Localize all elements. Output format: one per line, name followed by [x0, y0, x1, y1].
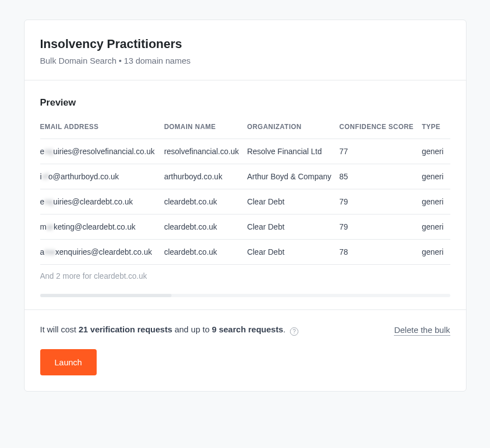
table-row: enquiries@cleardebt.co.ukcleardebt.co.uk… — [40, 189, 450, 215]
email-obscured: ar — [46, 222, 53, 231]
col-org: ORGANIZATION — [247, 123, 339, 139]
col-score: CONFIDENCE SCORE — [339, 123, 422, 139]
cell-domain: cleardebt.co.uk — [164, 189, 248, 215]
preview-table: EMAIL ADDRESS DOMAIN NAME ORGANIZATION C… — [40, 123, 450, 265]
cost-prefix: It will cost — [40, 325, 79, 334]
table-row: info@arthurboyd.co.ukarthurboyd.co.ukArt… — [40, 164, 450, 189]
cell-type: generi — [422, 164, 450, 189]
email-prefix: e — [40, 197, 45, 206]
launch-button[interactable]: Launch — [40, 349, 97, 375]
table-scroll-region[interactable]: EMAIL ADDRESS DOMAIN NAME ORGANIZATION C… — [40, 123, 450, 280]
cell-type: generi — [422, 215, 450, 240]
email-prefix: m — [40, 222, 47, 231]
table-row: enquiries@resolvefinancial.co.ukresolvef… — [40, 139, 450, 164]
cell-domain: arthurboyd.co.uk — [164, 164, 248, 189]
cell-organization: Clear Debt — [247, 240, 339, 265]
card-body: Preview EMAIL ADDRESS DOMAIN NAME ORGANI… — [25, 80, 466, 309]
cell-confidence: 77 — [339, 139, 422, 164]
preview-heading: Preview — [40, 97, 450, 108]
cell-confidence: 79 — [339, 215, 422, 240]
email-rest: keting@cleardebt.co.uk — [54, 222, 136, 231]
cell-organization: Resolve Financial Ltd — [247, 139, 339, 164]
col-type: TYPE — [422, 123, 450, 139]
email-rest: o@arthurboyd.co.uk — [49, 172, 119, 181]
cell-organization: Clear Debt — [247, 189, 339, 215]
page-subtitle: Bulk Domain Search • 13 domain names — [40, 56, 450, 65]
horizontal-scrollbar-track[interactable] — [40, 294, 450, 297]
cell-confidence: 79 — [339, 189, 422, 215]
cost-summary: It will cost 21 verification requests an… — [40, 325, 299, 336]
email-rest: uiries@cleardebt.co.uk — [53, 197, 133, 206]
email-prefix: a — [40, 247, 45, 256]
table-row: marketing@cleardebt.co.ukcleardebt.co.uk… — [40, 215, 450, 240]
cell-email: marketing@cleardebt.co.uk — [40, 215, 164, 240]
verification-count: 21 verification requests — [79, 325, 173, 334]
cell-email: info@arthurboyd.co.uk — [40, 164, 164, 189]
email-obscured: me — [45, 247, 55, 256]
horizontal-scrollbar-thumb[interactable] — [40, 294, 172, 297]
email-obscured: nq — [45, 147, 54, 156]
cell-type: generi — [422, 189, 450, 215]
card-footer: It will cost 21 verification requests an… — [25, 309, 466, 391]
cell-domain: resolvefinancial.co.uk — [164, 139, 248, 164]
email-prefix: e — [40, 147, 45, 156]
delete-bulk-link[interactable]: Delete the bulk — [394, 325, 450, 336]
email-rest: uiries@resolvefinancial.co.uk — [53, 147, 155, 156]
more-rows-note: And 2 more for cleardebt.co.uk — [40, 265, 450, 280]
cell-organization: Arthur Boyd & Company — [247, 164, 339, 189]
cell-confidence: 78 — [339, 240, 422, 265]
email-rest: xenquiries@cleardebt.co.uk — [55, 247, 152, 256]
card-header: Insolvency Practitioners Bulk Domain Sea… — [25, 20, 466, 80]
col-email: EMAIL ADDRESS — [40, 123, 164, 139]
cell-type: generi — [422, 240, 450, 265]
cell-domain: cleardebt.co.uk — [164, 215, 248, 240]
col-domain: DOMAIN NAME — [164, 123, 248, 139]
cost-suffix: . — [283, 325, 286, 334]
cell-confidence: 85 — [339, 164, 422, 189]
help-icon[interactable]: ? — [290, 327, 298, 336]
cell-email: amexenquiries@cleardebt.co.uk — [40, 240, 164, 265]
search-count: 9 search requests — [212, 325, 283, 334]
cell-type: generi — [422, 139, 450, 164]
table-row: amexenquiries@cleardebt.co.ukcleardebt.c… — [40, 240, 450, 265]
cell-email: enquiries@cleardebt.co.uk — [40, 189, 164, 215]
cell-domain: cleardebt.co.uk — [164, 240, 248, 265]
cost-mid: and up to — [172, 325, 212, 334]
email-obscured: nf — [42, 172, 49, 181]
cell-organization: Clear Debt — [247, 215, 339, 240]
cell-email: enquiries@resolvefinancial.co.uk — [40, 139, 164, 164]
page-title: Insolvency Practitioners — [40, 37, 450, 51]
email-obscured: nq — [45, 197, 54, 206]
bulk-search-card: Insolvency Practitioners Bulk Domain Sea… — [24, 20, 467, 392]
